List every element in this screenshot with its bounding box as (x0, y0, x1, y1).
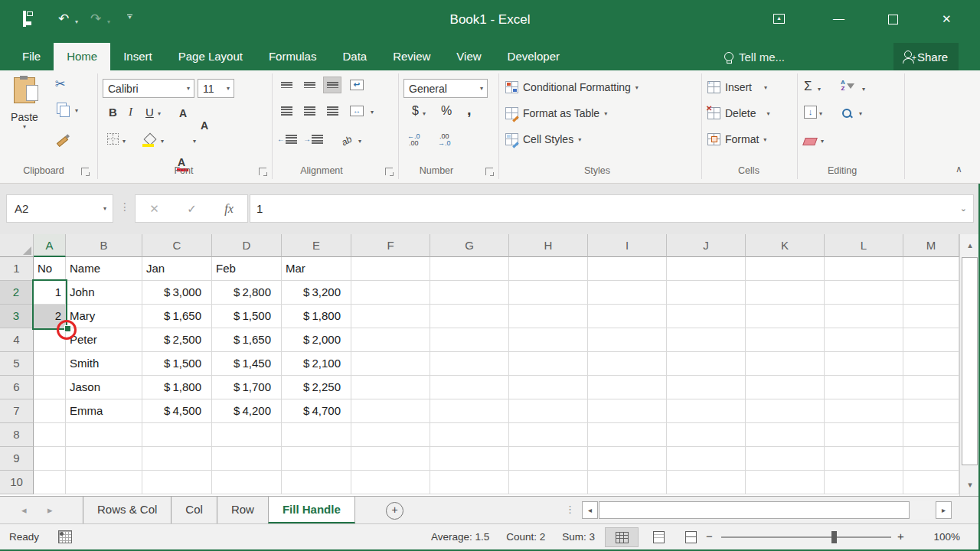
clear-button[interactable] (804, 135, 816, 148)
tab-review[interactable]: Review (380, 43, 443, 70)
save-icon[interactable] (23, 12, 26, 26)
tab-view[interactable]: View (443, 43, 494, 70)
cell-e8[interactable] (282, 423, 351, 447)
top-align-button[interactable] (277, 77, 296, 93)
cell-b3[interactable]: Mary (66, 305, 142, 328)
cell-l8[interactable] (825, 423, 903, 447)
cell-d1[interactable]: Feb (212, 257, 282, 281)
undo-button[interactable]: ↶ (58, 12, 69, 25)
ribbon-display-options-button[interactable]: ▴ (773, 14, 785, 24)
cell-d2[interactable]: $2,800 (212, 281, 282, 305)
autosum-button[interactable]: Σ (804, 80, 812, 93)
cell-f10[interactable] (351, 471, 430, 494)
alignment-dialog-launcher-icon[interactable] (385, 168, 393, 175)
cell-g4[interactable] (430, 328, 509, 352)
cell-g8[interactable] (430, 423, 509, 447)
font-dialog-launcher-icon[interactable] (259, 168, 266, 175)
align-left-button[interactable] (277, 103, 296, 119)
cell-e2[interactable]: $3,200 (282, 281, 351, 305)
tell-me-box[interactable]: Tell me... (724, 43, 785, 70)
cell-i7[interactable] (588, 399, 667, 423)
cell-b5[interactable]: Smith (66, 352, 142, 376)
cell-f2[interactable] (351, 281, 430, 305)
redo-dropdown-icon[interactable]: ▾ (107, 18, 110, 25)
vertical-scrollbar[interactable]: ▴ ▾ (959, 234, 980, 496)
cell-g3[interactable] (430, 305, 509, 328)
underline-dropdown-icon[interactable]: ▾ (158, 110, 161, 117)
vertical-scrollbar-thumb[interactable] (962, 257, 978, 465)
font-size-select[interactable]: 11 ▾ (198, 79, 234, 98)
row-header-9[interactable]: 9 (0, 447, 34, 471)
tab-home[interactable]: Home (54, 43, 110, 70)
fill-button[interactable]: ↓ (804, 106, 817, 119)
insert-function-icon[interactable]: fx (224, 202, 234, 216)
tab-page-layout[interactable]: Page Layout (165, 43, 256, 70)
cell-d10[interactable] (212, 471, 282, 494)
cell-f5[interactable] (351, 352, 430, 376)
scroll-right-icon[interactable]: ▸ (936, 501, 952, 519)
row-header-7[interactable]: 7 (0, 399, 34, 423)
bottom-align-button[interactable] (323, 77, 341, 93)
fill-color-button[interactable] (144, 135, 153, 148)
row-header-3[interactable]: 3 (0, 305, 34, 328)
cell-i5[interactable] (588, 352, 667, 376)
cell-f9[interactable] (351, 447, 430, 471)
cell-d5[interactable]: $1,450 (212, 352, 282, 376)
formula-input[interactable]: 1 ⌄ (250, 194, 974, 223)
cell-j3[interactable] (667, 305, 746, 328)
tab-file[interactable]: File (9, 43, 54, 70)
cell-k3[interactable] (746, 305, 825, 328)
cell-a1[interactable]: No (34, 257, 66, 281)
cell-c3[interactable]: $1,650 (142, 305, 212, 328)
column-header-a[interactable]: A (34, 234, 66, 257)
cell-d6[interactable]: $1,700 (212, 376, 282, 399)
cell-a4[interactable] (34, 328, 66, 352)
column-header-l[interactable]: L (825, 234, 903, 257)
cell-j10[interactable] (667, 471, 746, 494)
cell-c2[interactable]: $3,000 (142, 281, 212, 305)
cell-a2[interactable]: 1 (34, 281, 66, 305)
row-header-4[interactable]: 4 (0, 328, 34, 352)
cell-i9[interactable] (588, 447, 667, 471)
cell-b7[interactable]: Emma (66, 399, 142, 423)
cell-m1[interactable] (903, 257, 959, 281)
copy-dropdown-icon[interactable]: ▾ (75, 107, 78, 114)
cell-a9[interactable] (34, 447, 66, 471)
cell-h5[interactable] (509, 352, 588, 376)
cell-c4[interactable]: $2,500 (142, 328, 212, 352)
cell-i4[interactable] (588, 328, 667, 352)
column-header-k[interactable]: K (746, 234, 825, 257)
cell-j5[interactable] (667, 352, 746, 376)
row-header-2[interactable]: 2 (0, 281, 34, 305)
collapse-ribbon-button[interactable]: ∧ (956, 164, 962, 174)
sort-filter-dropdown-icon[interactable]: ▾ (862, 86, 865, 93)
fill-color-dropdown-icon[interactable]: ▾ (161, 138, 164, 145)
cell-j7[interactable] (667, 399, 746, 423)
cell-j8[interactable] (667, 423, 746, 447)
share-button[interactable]: Share (893, 43, 959, 70)
merge-center-button[interactable]: ↔ (348, 103, 366, 119)
cell-f1[interactable] (351, 257, 430, 281)
cell-b8[interactable] (66, 423, 142, 447)
cell-j6[interactable] (667, 376, 746, 399)
underline-button[interactable]: U (145, 106, 154, 119)
cell-m6[interactable] (903, 376, 959, 399)
cell-m9[interactable] (903, 447, 959, 471)
column-header-c[interactable]: C (142, 234, 212, 257)
cell-m4[interactable] (903, 328, 959, 352)
row-header-1[interactable]: 1 (0, 257, 34, 281)
close-button[interactable]: ✕ (942, 13, 952, 24)
cell-d3[interactable]: $1,500 (212, 305, 282, 328)
cell-e1[interactable]: Mar (282, 257, 351, 281)
cell-a10[interactable] (34, 471, 66, 494)
delete-cells-button[interactable]: Delete ▾ (707, 107, 769, 119)
column-header-e[interactable]: E (282, 234, 351, 257)
sheet-tab-fill-handle[interactable]: Fill Handle (268, 497, 355, 523)
number-format-select[interactable]: General ▾ (403, 79, 488, 98)
sheet-tab-row[interactable]: Row (217, 497, 268, 523)
cell-c7[interactable]: $4,500 (142, 399, 212, 423)
name-box-dropdown-icon[interactable]: ▾ (103, 205, 113, 212)
cell-l1[interactable] (825, 257, 903, 281)
cell-e3[interactable]: $1,800 (282, 305, 351, 328)
column-header-j[interactable]: J (667, 234, 746, 257)
